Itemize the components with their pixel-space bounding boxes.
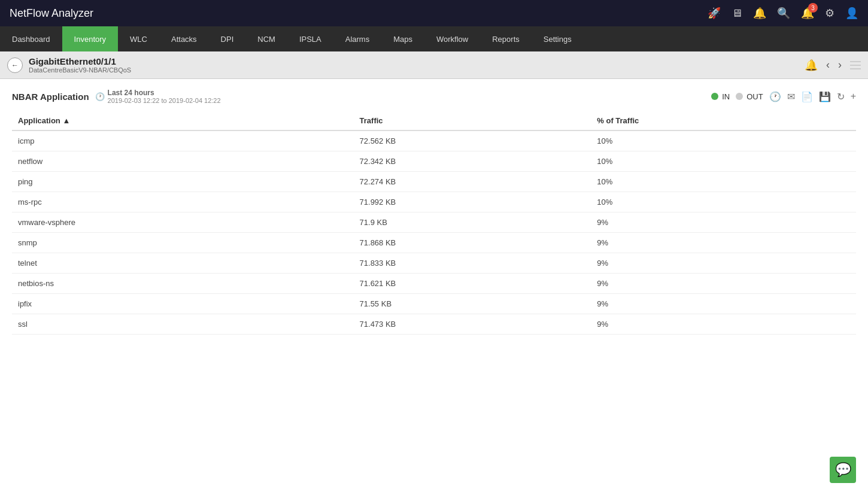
- refresh-icon[interactable]: ↻: [837, 91, 845, 102]
- cell-app: ssl: [12, 314, 354, 335]
- cell-app: ms-rpc: [12, 192, 354, 212]
- cell-app: ipfix: [12, 294, 354, 314]
- bell-alert-icon[interactable]: 🔔: [753, 7, 766, 20]
- search-icon[interactable]: 🔍: [777, 7, 790, 20]
- nav-inventory[interactable]: Inventory: [62, 26, 118, 51]
- user-icon[interactable]: 👤: [845, 7, 858, 20]
- monitor-icon[interactable]: 🖥: [732, 7, 742, 20]
- app-title: NetFlow Analyzer: [10, 7, 93, 20]
- cell-percent: 9%: [591, 294, 856, 314]
- cell-app: vmware-vsphere: [12, 212, 354, 233]
- widget-controls: IN OUT 🕐 ✉ 📄 💾 ↻ +: [711, 91, 856, 102]
- widget-title: NBAR Application: [12, 92, 89, 102]
- device-name: GigabitEthernet0/1/1: [29, 56, 131, 66]
- widget-header: NBAR Application 🕐 Last 24 hours 2019-02…: [12, 89, 856, 104]
- nav-workflow[interactable]: Workflow: [424, 26, 480, 51]
- cell-percent: 10%: [591, 151, 856, 172]
- col-traffic: Traffic: [354, 111, 591, 130]
- breadcrumb-info: GigabitEthernet0/1/1 DataCentreBasicV9-N…: [29, 56, 131, 74]
- widget-title-area: NBAR Application 🕐 Last 24 hours 2019-02…: [12, 89, 221, 104]
- cell-app: icmp: [12, 130, 354, 151]
- nav-wlc[interactable]: WLC: [118, 26, 159, 51]
- hamburger-menu[interactable]: [850, 61, 861, 69]
- breadcrumb-right: 🔔 ‹ ›: [805, 59, 861, 72]
- cell-traffic: 71.621 KB: [354, 274, 591, 294]
- cell-percent: 9%: [591, 212, 856, 233]
- breadcrumb-bar: ← GigabitEthernet0/1/1 DataCentreBasicV9…: [0, 51, 868, 79]
- cell-percent: 9%: [591, 274, 856, 294]
- top-header: NetFlow Analyzer 🚀 🖥 🔔 🔍 🔔 3 ⚙ 👤: [0, 0, 868, 26]
- cell-traffic: 71.868 KB: [354, 233, 591, 253]
- export-icon[interactable]: 💾: [819, 91, 831, 102]
- pdf-icon[interactable]: 📄: [801, 91, 813, 102]
- nav-ipsla[interactable]: IPSLA: [287, 26, 333, 51]
- rocket-icon[interactable]: 🚀: [708, 7, 721, 20]
- nav-settings[interactable]: Settings: [532, 26, 584, 51]
- cell-app: netbios-ns: [12, 274, 354, 294]
- breadcrumb-left: ← GigabitEthernet0/1/1 DataCentreBasicV9…: [7, 56, 131, 74]
- nav-dashboard[interactable]: Dashboard: [0, 26, 62, 51]
- cell-traffic: 72.342 KB: [354, 151, 591, 172]
- nav-reports[interactable]: Reports: [480, 26, 532, 51]
- out-toggle[interactable]: OUT: [736, 92, 763, 101]
- nbar-table: Application ▲ Traffic % of Traffic icmp …: [12, 111, 856, 335]
- time-details: Last 24 hours 2019-02-03 12:22 to 2019-0…: [108, 89, 221, 104]
- cell-percent: 9%: [591, 233, 856, 253]
- cell-percent: 9%: [591, 314, 856, 335]
- time-label: Last 24 hours: [108, 89, 221, 97]
- top-icons: 🚀 🖥 🔔 🔍 🔔 3 ⚙ 👤: [708, 7, 858, 20]
- device-subtitle: DataCentreBasicV9-NBAR/CBQoS: [29, 66, 131, 74]
- nav-dpi[interactable]: DPI: [209, 26, 246, 51]
- cell-traffic: 72.274 KB: [354, 172, 591, 192]
- cell-percent: 10%: [591, 172, 856, 192]
- table-row: netflow 72.342 KB 10%: [12, 151, 856, 172]
- nav-bar: Dashboard Inventory WLC Attacks DPI NCM …: [0, 26, 868, 51]
- gear-icon[interactable]: ⚙: [825, 7, 834, 20]
- cell-traffic: 71.473 KB: [354, 314, 591, 335]
- chevron-right-icon[interactable]: ›: [838, 59, 842, 71]
- nav-alarms[interactable]: Alarms: [333, 26, 381, 51]
- out-indicator: [736, 93, 743, 100]
- cell-app: snmp: [12, 233, 354, 253]
- cell-app: telnet: [12, 253, 354, 274]
- table-row: telnet 71.833 KB 9%: [12, 253, 856, 274]
- notification-bell-icon[interactable]: 🔔 3: [801, 7, 814, 20]
- cell-traffic: 71.55 KB: [354, 294, 591, 314]
- cell-traffic: 72.562 KB: [354, 130, 591, 151]
- email-icon[interactable]: ✉: [787, 91, 795, 102]
- in-label: IN: [722, 92, 730, 101]
- cell-app: ping: [12, 172, 354, 192]
- expand-icon[interactable]: +: [851, 91, 856, 102]
- alert-settings-icon[interactable]: 🔔: [805, 59, 818, 72]
- table-row: snmp 71.868 KB 9%: [12, 233, 856, 253]
- out-label: OUT: [746, 92, 763, 101]
- nav-attacks[interactable]: Attacks: [159, 26, 209, 51]
- cell-percent: 9%: [591, 253, 856, 274]
- table-row: icmp 72.562 KB 10%: [12, 130, 856, 151]
- table-row: ssl 71.473 KB 9%: [12, 314, 856, 335]
- cell-percent: 10%: [591, 192, 856, 212]
- table-row: netbios-ns 71.621 KB 9%: [12, 274, 856, 294]
- cell-app: netflow: [12, 151, 354, 172]
- table-row: ms-rpc 71.992 KB 10%: [12, 192, 856, 212]
- time-range: 2019-02-03 12:22 to 2019-02-04 12:22: [108, 97, 221, 104]
- in-toggle[interactable]: IN: [711, 92, 730, 101]
- clock-icon: 🕐: [95, 92, 105, 101]
- main-content: NBAR Application 🕐 Last 24 hours 2019-02…: [0, 79, 868, 344]
- col-percent: % of Traffic: [591, 111, 856, 130]
- chevron-left-icon[interactable]: ‹: [826, 59, 830, 71]
- table-header-row: Application ▲ Traffic % of Traffic: [12, 111, 856, 130]
- col-application: Application ▲: [12, 111, 354, 130]
- nav-ncm[interactable]: NCM: [245, 26, 287, 51]
- back-button[interactable]: ←: [7, 57, 23, 73]
- history-icon[interactable]: 🕐: [769, 91, 781, 102]
- cell-traffic: 71.9 KB: [354, 212, 591, 233]
- nav-maps[interactable]: Maps: [381, 26, 424, 51]
- cell-traffic: 71.992 KB: [354, 192, 591, 212]
- table-row: ping 72.274 KB 10%: [12, 172, 856, 192]
- table-row: vmware-vsphere 71.9 KB 9%: [12, 212, 856, 233]
- chat-button[interactable]: 💬: [830, 457, 856, 483]
- time-info: 🕐 Last 24 hours 2019-02-03 12:22 to 2019…: [95, 89, 221, 104]
- cell-traffic: 71.833 KB: [354, 253, 591, 274]
- table-row: ipfix 71.55 KB 9%: [12, 294, 856, 314]
